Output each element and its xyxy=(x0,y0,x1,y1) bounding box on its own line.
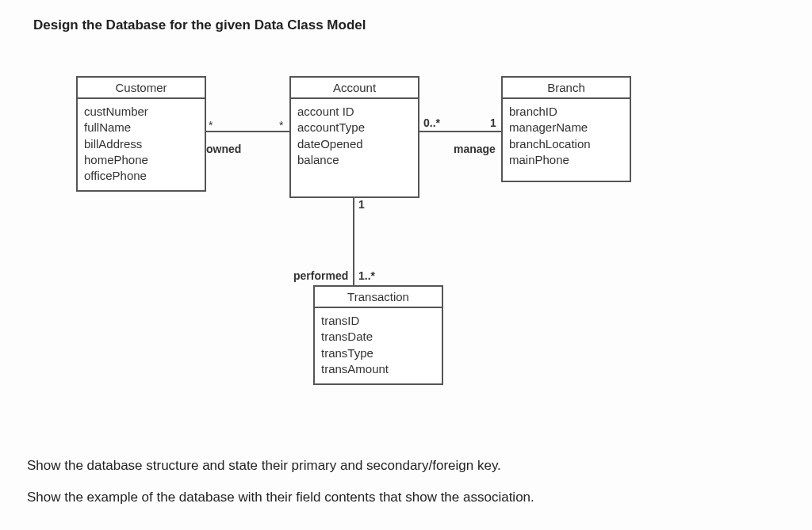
attr: accountType xyxy=(297,120,412,135)
attr: dateOpened xyxy=(297,136,412,152)
attr: transAmount xyxy=(321,361,435,377)
mult-customer-side: * xyxy=(209,119,213,132)
class-customer-title: Customer xyxy=(78,78,205,99)
mult-transaction-top: 1..* xyxy=(358,269,375,282)
class-account-title: Account xyxy=(291,78,418,99)
assoc-account-branch xyxy=(418,131,501,132)
attr: mainPhone xyxy=(509,152,623,168)
class-transaction: Transaction transID transDate transType … xyxy=(313,285,443,385)
attr: transID xyxy=(321,313,435,329)
class-branch: Branch branchID managerName branchLocati… xyxy=(501,76,631,182)
instruction-line-2: Show the example of the database with th… xyxy=(27,490,534,505)
mult-account-bottom: 1 xyxy=(358,198,365,211)
assoc-account-transaction xyxy=(353,196,354,285)
assoc-label-performed: performed xyxy=(293,269,348,282)
assoc-customer-account xyxy=(205,131,289,132)
class-branch-title: Branch xyxy=(503,78,630,99)
class-branch-attrs: branchID managerName branchLocation main… xyxy=(503,99,630,174)
attr: balance xyxy=(297,152,412,168)
attr: custNumber xyxy=(84,104,198,120)
attr: branchID xyxy=(509,104,623,120)
page-title: Design the Database for the given Data C… xyxy=(33,17,366,33)
class-account: Account account ID accountType dateOpene… xyxy=(289,76,419,198)
attr: transDate xyxy=(321,329,435,345)
mult-account-side-left: * xyxy=(279,119,283,132)
class-account-attrs: account ID accountType dateOpened balanc… xyxy=(291,99,418,174)
assoc-label-owned: owned xyxy=(206,143,241,155)
attr: fullName xyxy=(84,120,198,135)
class-customer-attrs: custNumber fullName billAddress homePhon… xyxy=(78,99,205,190)
attr: transType xyxy=(321,345,435,361)
attr: officePhone xyxy=(84,168,198,184)
class-transaction-title: Transaction xyxy=(315,287,442,308)
attr: billAddress xyxy=(84,136,198,152)
attr: account ID xyxy=(297,104,412,120)
attr: managerName xyxy=(509,120,623,135)
assoc-label-manage: manage xyxy=(454,143,496,155)
instruction-line-1: Show the database structure and state th… xyxy=(27,458,501,474)
class-customer: Customer custNumber fullName billAddress… xyxy=(76,76,206,192)
class-transaction-attrs: transID transDate transType transAmount xyxy=(315,308,442,383)
attr: homePhone xyxy=(84,152,198,168)
mult-branch-side: 1 xyxy=(490,116,496,129)
attr: branchLocation xyxy=(509,136,623,152)
mult-account-side-right: 0..* xyxy=(423,116,440,129)
